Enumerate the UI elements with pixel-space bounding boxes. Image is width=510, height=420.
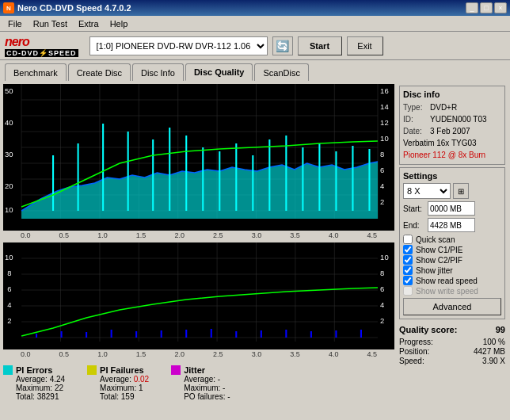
legend-pi-errors: PI Errors Average: 4.24 Maximum: 22 Tota… — [3, 365, 65, 401]
drive-select[interactable]: [1:0] PIONEER DVD-RW DVR-112 1.06 — [89, 36, 268, 55]
title-bar-controls[interactable]: _ □ × — [466, 2, 507, 13]
menu-extra[interactable]: Extra — [74, 17, 104, 30]
settings-section: Settings 8 X ⊞ Start: End: Quick scan — [399, 167, 505, 319]
x-label-b7: 3.5 — [290, 350, 300, 358]
speed-row-prog: Speed: 3.90 X — [399, 357, 505, 365]
legend-area: PI Errors Average: 4.24 Maximum: 22 Tota… — [3, 362, 394, 404]
x-label-1: 0.5 — [59, 231, 70, 239]
x-label-b0: 0.0 — [21, 350, 31, 358]
show-c1pie-row: Show C1/PIE — [403, 245, 501, 254]
quality-score-row: Quality score: 99 — [399, 325, 505, 334]
svg-text:14: 14 — [380, 103, 389, 111]
x-label-b8: 4.0 — [329, 350, 339, 358]
app-icon: N — [3, 2, 14, 13]
speed-row: 8 X ⊞ — [403, 183, 501, 199]
advanced-button[interactable]: Advanced — [403, 298, 501, 315]
chart-area: 50 40 30 20 10 16 14 12 10 8 6 4 2 0.0 0… — [3, 84, 394, 417]
disc-id-row: ID: YUDEN000 T03 — [403, 113, 501, 125]
title-bar: N Nero CD-DVD Speed 4.7.0.2 _ □ × — [0, 0, 510, 16]
tab-disc-info[interactable]: Disc Info — [132, 63, 184, 81]
svg-text:10: 10 — [380, 254, 389, 262]
svg-text:10: 10 — [5, 206, 13, 214]
disc-info-section: Disc info Type: DVD+R ID: YUDEN000 T03 D… — [399, 86, 505, 165]
end-row: End: — [403, 218, 501, 232]
disc-type-row: Type: DVD+R — [403, 101, 501, 113]
show-read-speed-checkbox[interactable] — [403, 276, 413, 285]
top-chart: 50 40 30 20 10 16 14 12 10 8 6 4 2 — [3, 84, 394, 231]
x-label-4: 2.0 — [174, 231, 185, 239]
progress-section: Progress: 100 % Position: 4427 MB Speed:… — [399, 337, 505, 366]
x-axis-top: 0.0 0.5 1.0 1.5 2.0 2.5 3.0 3.5 4.0 4.5 — [3, 231, 394, 240]
disc-info-title: Disc info — [403, 90, 501, 99]
main-content: 50 40 30 20 10 16 14 12 10 8 6 4 2 0.0 0… — [0, 81, 510, 420]
bottom-chart: 10 8 6 4 2 10 8 6 4 2 — [3, 242, 394, 349]
svg-text:6: 6 — [380, 166, 384, 174]
pi-failures-title: PI Failures — [100, 365, 144, 375]
show-jitter-row: Show jitter — [403, 265, 501, 275]
exit-button[interactable]: Exit — [347, 36, 383, 55]
show-read-speed-row: Show read speed — [403, 276, 501, 285]
x-label-2: 1.0 — [97, 231, 108, 239]
svg-text:6: 6 — [380, 285, 384, 293]
show-jitter-checkbox[interactable] — [403, 265, 413, 275]
svg-text:4: 4 — [380, 301, 384, 309]
settings-icon-button[interactable]: ⊞ — [453, 183, 469, 199]
svg-text:8: 8 — [380, 269, 384, 277]
close-button[interactable]: × — [494, 2, 507, 13]
svg-text:2: 2 — [7, 317, 11, 325]
start-row: Start: — [403, 201, 501, 216]
tab-scan-disc[interactable]: ScanDisc — [254, 63, 308, 81]
menu-help[interactable]: Help — [105, 17, 133, 30]
svg-text:12: 12 — [380, 119, 389, 127]
pi-errors-color — [3, 365, 13, 375]
show-c1pie-checkbox[interactable] — [403, 245, 413, 254]
title-bar-text: Nero CD-DVD Speed 4.7.0.2 — [17, 3, 131, 13]
svg-text:8: 8 — [380, 151, 384, 158]
show-write-speed-row: Show write speed — [403, 286, 501, 296]
svg-text:30: 30 — [5, 151, 13, 158]
speed-select[interactable]: 8 X — [403, 183, 451, 199]
svg-text:10: 10 — [5, 254, 13, 262]
position-row: Position: 4427 MB — [399, 347, 505, 356]
menu-file[interactable]: File — [3, 17, 27, 30]
nero-top-text: nero — [5, 35, 29, 49]
quick-scan-row: Quick scan — [403, 235, 501, 244]
pi-failures-stats: Average: 0.02 Maximum: 1 Total: 159 — [87, 375, 149, 401]
tab-disc-quality[interactable]: Disc Quality — [185, 63, 253, 81]
verbatim-row: Verbatim 16x TYG03 — [403, 137, 501, 149]
menu-run-test[interactable]: Run Test — [29, 17, 72, 30]
refresh-button[interactable]: 🔄 — [272, 36, 293, 55]
pi-errors-title: PI Errors — [16, 365, 52, 375]
show-write-speed-checkbox — [403, 286, 413, 296]
x-label-b4: 2.0 — [174, 350, 185, 358]
svg-text:4: 4 — [380, 182, 384, 190]
settings-title: Settings — [403, 171, 501, 181]
start-input[interactable] — [428, 201, 475, 216]
show-c2pif-row: Show C2/PIF — [403, 255, 501, 265]
maximize-button[interactable]: □ — [480, 2, 493, 13]
svg-text:40: 40 — [5, 119, 13, 127]
legend-jitter: Jitter Average: - Maximum: - PO failures… — [171, 365, 230, 401]
pioneer-row: Pioneer 112 @ 8x Burn — [403, 149, 501, 161]
quick-scan-checkbox[interactable] — [403, 235, 413, 244]
x-label-8: 4.0 — [329, 231, 339, 239]
x-label-7: 3.5 — [290, 231, 300, 239]
right-panel: Disc info Type: DVD+R ID: YUDEN000 T03 D… — [398, 84, 507, 417]
show-c2pif-checkbox[interactable] — [403, 255, 413, 265]
x-label-b5: 2.5 — [213, 350, 223, 358]
nero-bottom-text: CD-DVD⚡SPEED — [5, 49, 78, 57]
svg-text:50: 50 — [5, 87, 13, 95]
end-input[interactable] — [428, 218, 475, 232]
x-label-b2: 1.0 — [97, 350, 108, 358]
svg-text:8: 8 — [7, 269, 11, 277]
minimize-button[interactable]: _ — [466, 2, 478, 13]
start-button[interactable]: Start — [298, 36, 342, 55]
tab-benchmark[interactable]: Benchmark — [5, 63, 67, 81]
tab-bar: Benchmark Create Disc Disc Info Disc Qua… — [0, 60, 510, 81]
toolbar: nero CD-DVD⚡SPEED [1:0] PIONEER DVD-RW D… — [0, 32, 510, 60]
menu-bar: File Run Test Extra Help — [0, 16, 510, 32]
tab-create-disc[interactable]: Create Disc — [68, 63, 131, 81]
disc-date-row: Date: 3 Feb 2007 — [403, 125, 501, 137]
x-label-0: 0.0 — [21, 231, 31, 239]
nero-logo: nero CD-DVD⚡SPEED — [5, 35, 78, 57]
